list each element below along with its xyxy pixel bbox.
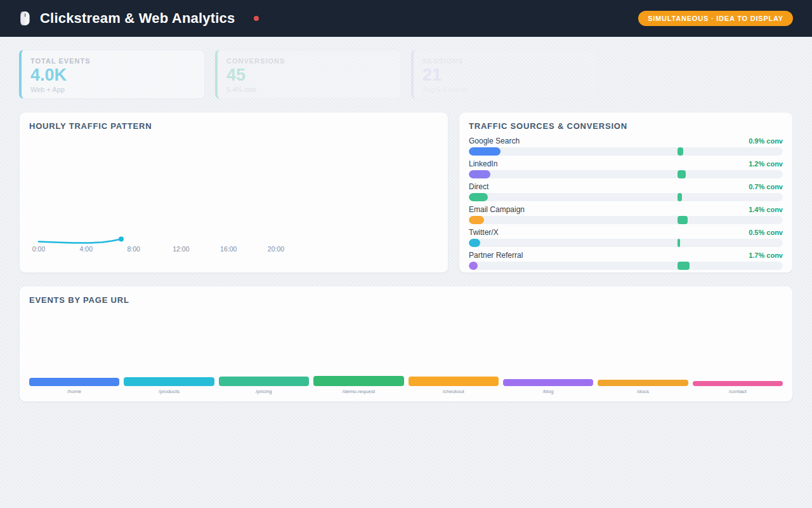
page-url-label: /demo-request [313,389,403,395]
stat-value: 4.0K [30,65,195,85]
traffic-source-row: Direct0.7% conv [469,182,783,201]
live-indicator-dot [254,16,259,21]
page-events-bar [503,379,593,386]
page-events-bar [124,377,214,386]
x-axis-tick-label: 4:00 [80,245,93,253]
page-bar-column: /pricing [219,306,309,395]
page-url-label: /docs [598,389,688,395]
source-conversion-marker [678,193,682,201]
stat-value: 45 [226,65,391,85]
traffic-source-row: Google Search0.9% conv [469,137,783,156]
page-url-label: /checkout [409,389,499,395]
page-url-label: /home [29,389,119,395]
source-name: Partner Referral [469,251,523,260]
traffic-sources-panel: TRAFFIC SOURCES & CONVERSION Google Sear… [459,112,793,273]
source-conversion-rate: 0.5% conv [749,229,783,236]
traffic-sources-list: Google Search0.9% convLinkedIn1.2% convD… [469,137,783,270]
stat-subtitle: Web + App [30,86,195,93]
x-axis-tick-label: 20:00 [268,245,284,253]
page-bar-column: /contact [693,306,783,395]
source-bar-track [469,216,783,224]
source-volume-bar [469,216,484,224]
stat-card-total-events: TOTAL EVENTS 4.0K Web + App [19,50,205,99]
pages-panel-title: EVENTS BY PAGE URL [29,295,783,305]
page-events-bar [598,380,688,386]
source-bar-track [469,262,783,270]
source-volume-bar [469,170,490,178]
source-volume-bar [469,239,480,247]
source-name: LinkedIn [469,159,497,168]
source-conversion-marker [678,147,683,156]
app-header: Clickstream & Web Analytics SIMULTANEOUS… [0,0,812,37]
stat-label: SESSIONS [422,57,587,65]
stat-label: TOTAL EVENTS [30,57,195,65]
mode-badge: SIMULTANEOUS · IDEA TO DISPLAY [638,11,793,26]
source-conversion-marker [678,216,688,224]
stat-label: CONVERSIONS [226,57,391,65]
stat-subtitle: Avg 5.4 events [422,86,587,93]
source-conversion-rate: 1.4% conv [749,206,783,213]
traffic-line [39,239,121,243]
hourly-traffic-panel: HOURLY TRAFFIC PATTERN 0:004:008:0012:00… [19,112,449,273]
page-bar-column: /demo-request [313,306,403,395]
stat-subtitle: 5.4% rate [226,86,391,93]
stat-card-sessions: SESSIONS 21 Avg 5.4 events [411,50,597,99]
source-bar-track [469,147,783,156]
page-url-label: /contact [693,389,783,395]
source-conversion-rate: 0.7% conv [749,183,783,190]
page-url-label: /pricing [219,389,309,395]
x-axis-tick-label: 0:00 [32,245,46,253]
events-by-page-panel: EVENTS BY PAGE URL /home/products/pricin… [19,286,793,402]
source-volume-bar [469,147,501,156]
page-events-bar [313,376,403,386]
page-events-bar [693,381,783,386]
traffic-source-row: LinkedIn1.2% conv [469,159,783,178]
page-bar-column: /docs [598,306,688,395]
page-url-label: /blog [503,389,593,395]
source-bar-track [469,193,783,201]
source-conversion-marker [678,170,686,178]
page-bar-column: /products [124,306,214,395]
source-conversion-marker [678,262,690,270]
page-events-bar [29,378,119,386]
source-conversion-rate: 0.9% conv [749,137,783,145]
x-axis-tick-label: 8:00 [127,245,140,253]
source-name: Email Campaign [469,205,525,214]
page-events-bar [409,377,499,386]
stats-row: TOTAL EVENTS 4.0K Web + App CONVERSIONS … [19,50,793,99]
page-events-bar [219,377,309,386]
traffic-source-row: Email Campaign1.4% conv [469,205,783,224]
stat-value: 21 [422,65,587,85]
page-url-bar-chart: /home/products/pricing/demo-request/chec… [29,306,783,395]
brand: Clickstream & Web Analytics [19,10,259,27]
source-conversion-rate: 1.2% conv [749,160,783,168]
page-bar-column: /blog [503,306,593,395]
stat-card-conversions: CONVERSIONS 45 5.4% rate [215,50,401,99]
hourly-panel-title: HOURLY TRAFFIC PATTERN [29,121,438,131]
source-name: Google Search [469,137,520,145]
source-volume-bar [469,262,478,270]
source-bar-track [469,170,783,178]
page-title: Clickstream & Web Analytics [40,10,235,27]
source-bar-track [469,239,783,247]
source-name: Twitter/X [469,228,499,237]
page-bar-column: /home [29,306,119,395]
source-conversion-marker [678,239,680,247]
x-axis-tick-label: 16:00 [220,245,237,253]
traffic-source-row: Partner Referral1.7% conv [469,251,783,270]
traffic-source-row: Twitter/X0.5% conv [469,228,783,247]
page-bar-column: /checkout [409,306,499,395]
sources-panel-title: TRAFFIC SOURCES & CONVERSION [469,121,783,131]
source-conversion-rate: 1.7% conv [749,251,783,259]
mouse-icon [19,10,31,27]
source-volume-bar [469,193,488,201]
x-axis-tick-label: 12:00 [173,245,189,253]
page-url-label: /products [124,389,214,395]
source-name: Direct [469,182,488,191]
line-endpoint-dot [119,237,124,242]
hourly-line-chart: 0:004:008:0012:0016:0020:00 [29,135,438,259]
